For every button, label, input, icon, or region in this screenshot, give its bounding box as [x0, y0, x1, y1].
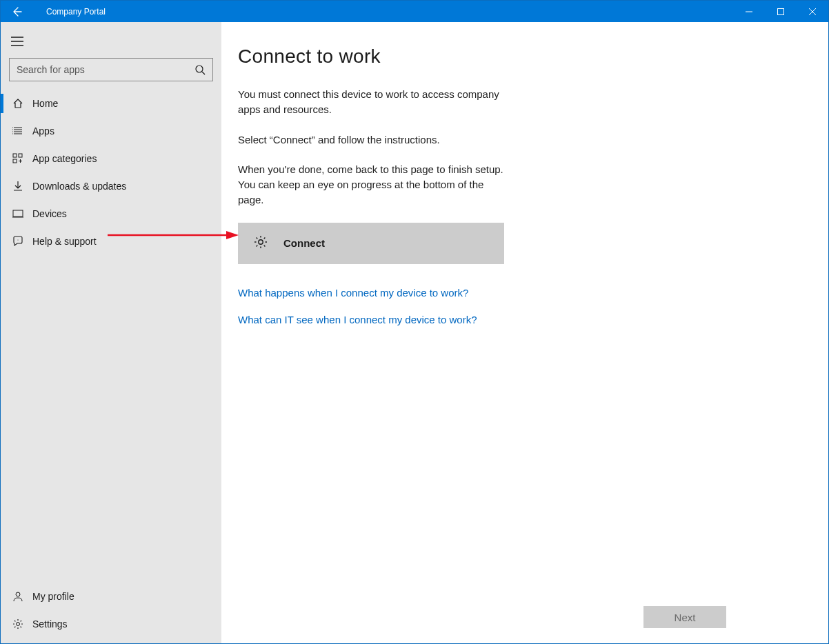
- download-icon: [10, 180, 26, 192]
- sidebar-item-devices[interactable]: Devices: [1, 200, 221, 228]
- profile-icon: [10, 590, 26, 603]
- svg-point-9: [259, 240, 263, 244]
- search-input[interactable]: [10, 64, 188, 75]
- page-title: Connect to work: [238, 46, 828, 68]
- sidebar-item-label: Settings: [26, 618, 68, 630]
- connect-button-label: Connect: [283, 237, 325, 249]
- sidebar-item-label: Home: [26, 98, 58, 109]
- svg-rect-4: [13, 159, 17, 163]
- apps-icon: [10, 125, 26, 137]
- sidebar-item-settings[interactable]: Settings: [1, 610, 221, 638]
- back-button[interactable]: [1, 1, 32, 22]
- next-button-label: Next: [675, 612, 696, 623]
- sidebar-item-label: My profile: [26, 591, 74, 602]
- sidebar: Home Apps App categories Downloads & upd…: [1, 22, 221, 643]
- help-icon: [10, 235, 26, 248]
- back-arrow-icon: [11, 6, 22, 17]
- search-input-wrap[interactable]: [9, 58, 213, 81]
- sidebar-item-label: Apps: [26, 125, 54, 137]
- svg-point-6: [18, 240, 19, 241]
- paragraph: Select “Connect” and follow the instruct…: [238, 132, 507, 148]
- sidebar-item-home[interactable]: Home: [1, 90, 221, 117]
- svg-rect-0: [778, 8, 784, 14]
- sidebar-item-my-profile[interactable]: My profile: [1, 583, 221, 610]
- next-button[interactable]: Next: [643, 606, 726, 628]
- svg-rect-3: [19, 154, 22, 157]
- close-button[interactable]: [797, 1, 828, 22]
- app-title: Company Portal: [32, 7, 106, 17]
- sidebar-item-label: App categories: [26, 153, 97, 164]
- sidebar-item-apps[interactable]: Apps: [1, 117, 221, 145]
- paragraph: You must connect this device to work to …: [238, 87, 507, 117]
- link-what-can-it-see[interactable]: What can IT see when I connect my device…: [238, 314, 477, 325]
- maximize-button[interactable]: [765, 1, 797, 22]
- sidebar-item-label: Help & support: [26, 236, 97, 247]
- hamburger-icon: [11, 37, 23, 46]
- connect-button[interactable]: Connect: [238, 223, 504, 264]
- minimize-button[interactable]: [733, 1, 765, 22]
- sidebar-item-app-categories[interactable]: App categories: [1, 145, 221, 172]
- maximize-icon: [777, 8, 784, 15]
- categories-icon: [10, 152, 26, 165]
- paragraph: When you're done, come back to this page…: [238, 162, 507, 207]
- link-what-happens[interactable]: What happens when I connect my device to…: [238, 287, 468, 299]
- svg-rect-2: [13, 154, 17, 157]
- home-icon: [10, 97, 26, 110]
- sidebar-item-label: Devices: [26, 208, 67, 219]
- svg-point-8: [17, 623, 20, 626]
- sidebar-item-downloads-updates[interactable]: Downloads & updates: [1, 172, 221, 200]
- svg-point-1: [196, 66, 203, 72]
- main-content: Connect to work You must connect this de…: [221, 22, 828, 643]
- sidebar-item-label: Downloads & updates: [26, 181, 126, 192]
- titlebar: Company Portal: [1, 1, 828, 22]
- settings-icon: [10, 618, 26, 630]
- sidebar-item-help-support[interactable]: Help & support: [1, 228, 221, 255]
- svg-rect-5: [13, 210, 23, 217]
- gear-icon: [253, 234, 268, 252]
- minimize-icon: [746, 8, 752, 15]
- svg-point-7: [16, 592, 20, 596]
- hamburger-button[interactable]: [1, 28, 34, 55]
- search-icon: [188, 64, 212, 75]
- devices-icon: [10, 208, 26, 220]
- close-icon: [809, 8, 816, 15]
